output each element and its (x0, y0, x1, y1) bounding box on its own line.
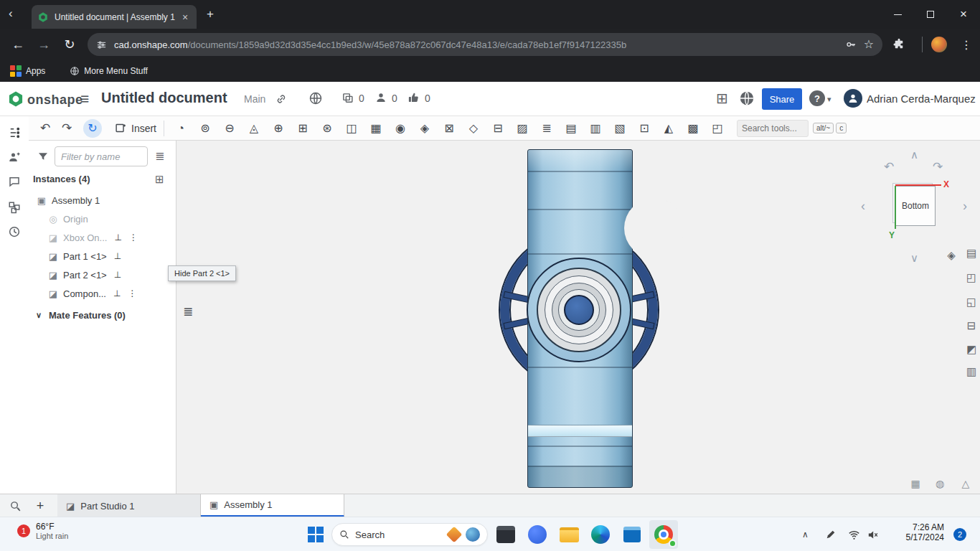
center-of-mass-icon[interactable]: ◉ (391, 119, 410, 138)
browser-profile-avatar[interactable] (931, 37, 947, 52)
window-minimize-button[interactable] (881, 0, 914, 29)
named-positions-icon[interactable]: ⊠ (440, 119, 458, 138)
tray-chevron-icon[interactable]: ∧ (802, 530, 809, 539)
explode-icon[interactable]: ◈ (415, 119, 434, 138)
sheet-metal-icon[interactable]: ▤ (562, 119, 580, 138)
drawing-icon[interactable]: ⊡ (635, 119, 654, 138)
versions-icon[interactable] (0, 197, 29, 218)
appearance-panel-icon[interactable]: ◱ (963, 293, 980, 311)
viewcube-face-bottom[interactable]: Bottom (895, 186, 936, 226)
render-sphere-icon[interactable]: ◍ (934, 478, 946, 489)
community-globe-icon[interactable] (739, 90, 755, 106)
viewcube-left-chevron-icon[interactable]: ‹ (861, 199, 865, 212)
hidden-parts-cube-icon[interactable]: ◈ (943, 247, 960, 264)
insert-label[interactable]: Insert (131, 123, 156, 134)
undo-icon[interactable]: ↶ (34, 118, 56, 138)
graphics-viewport[interactable]: ∧ ↶ ↷ ‹ › ∨ Bottom X Y ◈ ▤ ◰ ◱ ⊟ ◩ ▥ ▦ ◍… (176, 141, 980, 494)
insert-instance-icon[interactable]: ⊞ (155, 174, 164, 184)
mirror-icon[interactable]: ◫ (342, 119, 361, 138)
tab-part-studio-1[interactable]: ◪ Part Studio 1 (57, 494, 201, 517)
bookmark-more-menu[interactable]: More Menu Stuff (70, 66, 148, 76)
workspace-label[interactable]: Main (244, 93, 265, 105)
taskbar-search[interactable]: Search (331, 523, 488, 546)
mate-features-header[interactable]: ∨ Mate Features (0) (29, 306, 176, 324)
filter-funnel-icon[interactable] (37, 151, 49, 162)
mate-connector-icon[interactable]: ⊥ (113, 289, 121, 298)
tab-assembly-1[interactable]: ▣ Assembly 1 (201, 494, 344, 517)
mate-connector-icon[interactable]: ⊥ (114, 233, 121, 242)
tree-row-xbox[interactable]: ◪ Xbox On... ⊥ ⋮ (29, 228, 176, 247)
followers-icon[interactable] (374, 91, 387, 104)
public-globe-icon[interactable] (308, 91, 323, 105)
instances-header[interactable]: Instances (4) (33, 174, 90, 184)
microsoft-store-icon[interactable] (618, 520, 646, 549)
insert-icon[interactable] (115, 122, 127, 134)
appearance-icon[interactable]: ▨ (513, 119, 532, 138)
group-icon[interactable]: ⊚ (196, 119, 215, 138)
model-center-shaft[interactable] (564, 295, 594, 325)
onshape-logo-text[interactable]: onshape (27, 93, 83, 108)
user-avatar[interactable] (844, 89, 862, 108)
tree-row-origin[interactable]: ◎ Origin (29, 209, 176, 228)
app-meet-icon[interactable] (523, 520, 552, 549)
material-panel-icon[interactable]: ◩ (963, 341, 980, 358)
replicate-icon[interactable]: ▦ (367, 119, 385, 138)
weather-widget[interactable]: 1 66°F Light rain (17, 522, 68, 540)
circular-pattern-icon[interactable]: ⊛ (318, 119, 336, 138)
help-button[interactable]: ? (809, 90, 825, 106)
units-scale-icon[interactable]: △ (960, 478, 971, 489)
search-tools-input[interactable] (737, 120, 809, 137)
row-options-dots-icon[interactable]: ⋮ (128, 289, 136, 298)
display-states-icon[interactable]: ◇ (464, 119, 483, 138)
document-title[interactable]: Untitled document (101, 90, 227, 106)
main-menu-hamburger-icon[interactable]: ≡ (80, 91, 89, 106)
copies-icon[interactable] (341, 92, 354, 104)
share-button[interactable]: Share (762, 88, 802, 110)
onshape-logo-icon[interactable] (7, 90, 24, 108)
viewcube-down-chevron-icon[interactable]: ∨ (910, 253, 918, 263)
redo-icon[interactable]: ↷ (56, 118, 77, 138)
browser-menu-kebab-icon[interactable]: ⋮ (956, 34, 977, 55)
tree-row-part2[interactable]: ◪ Part 2 <1> ⊥ (29, 265, 176, 284)
app-window-dark-icon[interactable] (491, 520, 520, 549)
share-link-icon[interactable] (275, 93, 287, 105)
linear-pattern-icon[interactable]: ⊞ (293, 119, 312, 138)
mate-relation-icon[interactable]: ⊖ (220, 119, 239, 138)
omnibox[interactable]: cad.onshape.com/documents/1859a9d32d3d35… (88, 33, 882, 56)
pen-input-icon[interactable] (825, 529, 837, 540)
filter-by-name-input[interactable] (55, 146, 148, 166)
tab-search-icon[interactable]: ‹ (9, 7, 13, 19)
user-name[interactable]: Adrian Cerda-Marquez (867, 93, 976, 105)
weldment-icon[interactable]: ▧ (611, 119, 629, 138)
app-edge-icon[interactable] (586, 520, 615, 549)
mate-connector-icon[interactable]: ⊥ (114, 270, 121, 279)
configurations-panel-icon[interactable]: ◰ (963, 269, 980, 286)
mate-connector-icon[interactable]: ⊕ (269, 119, 288, 138)
history-icon[interactable] (0, 221, 29, 242)
viewcube-rotate-ccw-icon[interactable]: ↶ (884, 161, 894, 173)
mate-connector-icon[interactable]: ⊥ (114, 252, 121, 260)
viewcube-rotate-cw-icon[interactable]: ↷ (933, 161, 943, 173)
bookmark-star-icon[interactable]: ☆ (864, 39, 874, 50)
viewcube-right-chevron-icon[interactable]: › (963, 199, 967, 212)
password-key-icon[interactable] (845, 39, 857, 50)
measure-icon[interactable]: ◭ (659, 119, 678, 138)
section-view-icon[interactable]: ⊟ (489, 119, 507, 138)
update-sync-icon[interactable]: ↻ (83, 119, 102, 138)
mate-icon[interactable]: ◔ (171, 119, 190, 138)
app-switcher-grid-icon[interactable]: ⊞ (716, 91, 728, 105)
reload-icon[interactable]: ↻ (59, 34, 80, 55)
mate-features-list-icon[interactable]: ≣ (179, 303, 197, 320)
back-icon[interactable]: ← (7, 34, 29, 55)
comments-icon[interactable] (0, 171, 29, 192)
start-button[interactable] (301, 520, 330, 549)
search-elements-icon[interactable] (6, 497, 24, 514)
clock-widget[interactable]: 7:26 AM 5/17/2024 (895, 522, 944, 542)
site-settings-icon[interactable] (96, 39, 107, 50)
window-close-button[interactable]: × (947, 0, 980, 29)
new-tab-icon[interactable]: + (207, 8, 214, 20)
file-explorer-icon[interactable] (555, 520, 583, 549)
bom-panel-icon[interactable]: ▤ (963, 245, 980, 262)
bom-icon[interactable]: ▩ (684, 119, 702, 138)
follow-user-icon[interactable] (0, 146, 29, 168)
